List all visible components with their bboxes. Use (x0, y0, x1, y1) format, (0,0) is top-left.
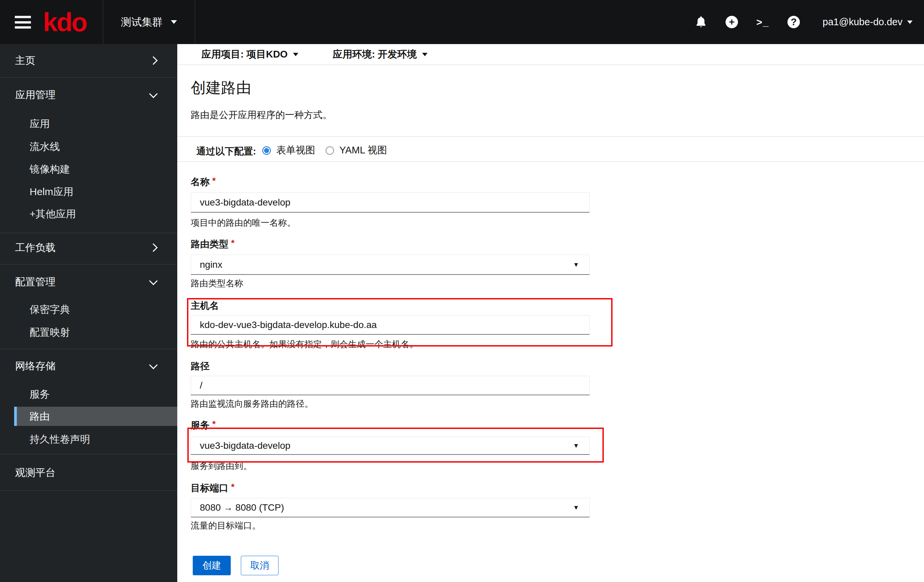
path-input[interactable] (191, 376, 590, 395)
hostname-label: 主机名 (191, 299, 219, 312)
chevron-right-icon (149, 243, 157, 252)
cancel-button[interactable]: 取消 (241, 556, 279, 575)
route-type-label: 路由类型* (191, 238, 234, 251)
user-menu[interactable]: pa1@kube-do.dev (823, 16, 912, 28)
required-asterisk: * (231, 482, 234, 492)
target-port-label: 目标端口* (191, 482, 234, 495)
add-icon[interactable]: + (725, 15, 739, 29)
divider (0, 490, 177, 491)
sidebar-item-image-builds[interactable]: 镜像构建 (0, 163, 177, 176)
sidebar-item-pvc[interactable]: 持久性卷声明 (0, 433, 177, 446)
sidebar-nav: 主页 应用管理 应用 流水线 镜像构建 Helm应用 +其他应用 工作负载 配置… (0, 44, 177, 582)
page-title: 创建路由 (191, 78, 251, 98)
sidebar-item-workloads[interactable]: 工作负载 (0, 241, 177, 254)
chevron-down-icon (149, 89, 157, 98)
sidebar-item-secrets[interactable]: 保密字典 (0, 303, 177, 316)
name-input[interactable] (191, 193, 590, 213)
terminal-icon[interactable]: >_ (756, 15, 770, 29)
route-type-helper: 路由类型名称 (191, 277, 243, 289)
question-glyph: ? (787, 16, 800, 28)
sidebar-item-pipelines[interactable]: 流水线 (0, 140, 177, 153)
help-icon[interactable]: ? (787, 15, 800, 29)
chevron-down-icon (149, 361, 157, 369)
radio-yaml-view[interactable]: YAML 视图 (326, 143, 387, 157)
sidebar-item-observability[interactable]: 观测平台 (0, 466, 177, 480)
sidebar-item-helm-apps[interactable]: Helm应用 (0, 185, 177, 198)
sidebar-item-config-management[interactable]: 配置管理 (0, 275, 177, 289)
cluster-selector[interactable]: 测试集群 (103, 0, 195, 44)
sidebar-item-home[interactable]: 主页 (0, 54, 177, 67)
route-type-select[interactable]: nginx ▼ (191, 255, 590, 275)
chevron-right-icon (149, 56, 157, 64)
divider (0, 349, 177, 349)
name-label: 名称* (191, 176, 216, 188)
chevron-down-icon: ▼ (573, 442, 579, 450)
project-selector[interactable]: 应用项目: 项目KDO (201, 48, 299, 61)
sidebar-item-other-apps[interactable]: +其他应用 (0, 207, 177, 221)
service-label: 服务* (191, 419, 216, 432)
radio-form-view[interactable]: 表单视图 (262, 143, 315, 157)
divider (0, 264, 177, 264)
kdo-console: kdo 测试集群 + >_ ? pa1@kube-do.dev 主页 (0, 0, 924, 582)
chevron-down-icon (907, 20, 912, 24)
kdo-logo[interactable]: kdo (43, 7, 87, 37)
view-toggle-label: 通过以下配置: (196, 145, 256, 158)
sidebar-item-app-management[interactable]: 应用管理 (0, 88, 177, 102)
target-port-helper: 流量的目标端口。 (191, 520, 261, 531)
chevron-down-icon (149, 277, 157, 285)
environment-selector[interactable]: 应用环境: 开发环境 (333, 48, 427, 61)
sidebar-item-network-storage[interactable]: 网络存储 (0, 359, 177, 373)
notifications-bell-icon[interactable] (694, 15, 708, 29)
main-content: 应用项目: 项目KDO 应用环境: 开发环境 创建路由 路由是公开应用程序的一种… (177, 44, 924, 582)
context-bar: 应用项目: 项目KDO 应用环境: 开发环境 (177, 44, 924, 65)
required-asterisk: * (212, 176, 216, 186)
service-select[interactable]: vue3-bigdata-develop ▼ (191, 437, 590, 455)
menu-toggle-icon[interactable] (15, 16, 31, 29)
cluster-name: 测试集群 (121, 15, 163, 29)
path-label: 路径 (191, 360, 210, 373)
path-helper: 路由监视流向服务路由的路径。 (191, 398, 313, 410)
chevron-down-icon (171, 20, 177, 24)
hostname-helper: 路由的公共主机名。如果没有指定，则会生成一个主机名。 (191, 338, 418, 350)
username: pa1@kube-do.dev (823, 16, 903, 28)
divider (177, 162, 924, 162)
required-asterisk: * (212, 419, 216, 429)
chevron-down-icon (422, 53, 427, 56)
name-helper: 项目中的路由的唯一名称。 (191, 217, 296, 229)
page-description: 路由是公开应用程序的一种方式。 (191, 109, 332, 122)
masthead-toolbar: + >_ ? pa1@kube-do.dev (694, 0, 912, 44)
sidebar-item-services[interactable]: 服务 (0, 387, 177, 401)
radio-unselected-icon (326, 146, 334, 155)
divider (0, 454, 177, 454)
hostname-input[interactable] (191, 315, 590, 335)
plus-glyph: + (726, 16, 738, 28)
chevron-down-icon: ▼ (573, 261, 579, 269)
divider (0, 233, 177, 233)
create-button[interactable]: 创建 (193, 556, 231, 575)
divider (177, 136, 924, 137)
masthead: kdo 测试集群 + >_ ? pa1@kube-do.dev (0, 0, 924, 44)
target-port-select[interactable]: 8080 → 8080 (TCP) ▼ (191, 498, 590, 518)
radio-selected-icon (262, 146, 271, 155)
required-asterisk: * (231, 238, 234, 248)
sidebar-item-configmaps[interactable]: 配置映射 (0, 326, 177, 339)
sidebar-item-routes-selected[interactable]: 路由 (14, 407, 180, 426)
service-helper: 服务到路由到。 (191, 460, 252, 472)
chevron-down-icon (293, 53, 299, 56)
divider (0, 77, 177, 78)
sidebar-item-applications[interactable]: 应用 (0, 117, 177, 130)
chevron-down-icon: ▼ (573, 504, 579, 511)
